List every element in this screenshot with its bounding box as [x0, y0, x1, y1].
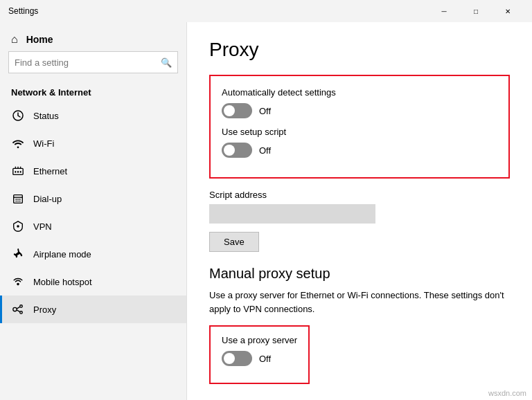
- main-panel: Proxy Automatically detect settings Off …: [187, 22, 532, 400]
- sidebar-section-label: Network & Internet: [0, 82, 186, 102]
- proxy-toggle-row: Off: [222, 351, 297, 366]
- home-icon: ⌂: [11, 33, 18, 46]
- sidebar-item-proxy[interactable]: Proxy: [0, 296, 186, 323]
- proxy-icon: [11, 302, 25, 316]
- sidebar-item-wifi[interactable]: Wi-Fi: [0, 129, 186, 157]
- svg-point-15: [19, 201, 21, 202]
- sidebar-item-status[interactable]: Status: [0, 102, 186, 129]
- svg-line-21: [17, 310, 20, 312]
- setup-script-label: Use setup script: [222, 127, 497, 137]
- app-body: ⌂ Home 🔍 Network & Internet Status: [0, 22, 532, 400]
- sidebar-item-airplane-label: Airplane mode: [33, 249, 91, 260]
- window-controls: ─ □ ✕: [428, 0, 524, 22]
- minimize-button[interactable]: ─: [428, 0, 460, 22]
- svg-rect-7: [20, 171, 21, 173]
- svg-point-13: [15, 201, 17, 202]
- svg-point-14: [17, 201, 19, 202]
- sidebar-item-status-label: Status: [33, 111, 59, 121]
- watermark: wsxdn.com: [488, 389, 526, 397]
- sidebar-item-airplane[interactable]: Airplane mode: [0, 240, 186, 268]
- sidebar-item-dialup-label: Dial-up: [33, 194, 62, 204]
- svg-point-17: [13, 307, 17, 311]
- detect-settings-state: Off: [259, 106, 271, 116]
- setup-script-toggle[interactable]: [222, 143, 252, 158]
- sidebar-item-ethernet-label: Ethernet: [33, 166, 67, 176]
- svg-rect-6: [17, 171, 19, 173]
- detect-settings-knob: [224, 105, 235, 116]
- detect-settings-label: Automatically detect settings: [222, 87, 497, 98]
- proxy-knob: [224, 353, 235, 364]
- sidebar-item-wifi-label: Wi-Fi: [33, 138, 54, 149]
- manual-proxy-description: Use a proxy server for Ethernet or Wi-Fi…: [209, 289, 510, 316]
- svg-point-12: [19, 199, 21, 200]
- svg-rect-5: [15, 171, 17, 173]
- sidebar-item-proxy-label: Proxy: [33, 304, 56, 315]
- sidebar: ⌂ Home 🔍 Network & Internet Status: [0, 22, 187, 400]
- proxy-server-section: Use a proxy server Off: [209, 325, 310, 384]
- sidebar-item-vpn-label: VPN: [33, 221, 52, 232]
- svg-point-16: [17, 225, 19, 228]
- script-address-input[interactable]: [209, 204, 375, 224]
- proxy-toggle[interactable]: [222, 351, 252, 366]
- detect-settings-toggle-row: Off: [222, 103, 497, 118]
- maximize-button[interactable]: □: [460, 0, 492, 22]
- script-address-label: Script address: [209, 190, 510, 200]
- sidebar-item-hotspot-label: Mobile hotspot: [33, 277, 92, 287]
- page-title: Proxy: [209, 39, 510, 61]
- sidebar-item-vpn[interactable]: VPN: [0, 212, 186, 240]
- svg-point-18: [20, 305, 23, 308]
- status-icon: [11, 109, 25, 122]
- save-button[interactable]: Save: [209, 232, 259, 252]
- sidebar-home-item[interactable]: ⌂ Home: [0, 22, 186, 51]
- airplane-icon: [11, 247, 25, 261]
- svg-point-11: [17, 199, 19, 200]
- sidebar-item-ethernet[interactable]: Ethernet: [0, 157, 186, 185]
- automatic-proxy-section: Automatically detect settings Off Use se…: [209, 75, 510, 179]
- proxy-state: Off: [259, 354, 271, 364]
- use-proxy-label: Use a proxy server: [222, 335, 297, 345]
- sidebar-item-hotspot[interactable]: Mobile hotspot: [0, 268, 186, 296]
- svg-point-19: [20, 311, 23, 314]
- dialup-icon: [11, 192, 25, 206]
- sidebar-item-dialup[interactable]: Dial-up: [0, 185, 186, 212]
- manual-proxy-title: Manual proxy setup: [209, 266, 510, 282]
- svg-point-10: [15, 199, 17, 200]
- search-box[interactable]: 🔍: [8, 51, 178, 73]
- wifi-icon: [11, 136, 25, 150]
- search-icon: 🔍: [161, 57, 172, 68]
- setup-script-toggle-row: Off: [222, 143, 497, 158]
- setup-script-state: Off: [259, 145, 271, 156]
- vpn-icon: [11, 219, 25, 233]
- hotspot-icon: [11, 275, 25, 289]
- svg-line-20: [17, 307, 20, 309]
- title-bar: Settings ─ □ ✕: [0, 0, 532, 22]
- search-input[interactable]: [15, 57, 161, 68]
- detect-settings-toggle[interactable]: [222, 103, 252, 118]
- ethernet-icon: [11, 164, 25, 178]
- window-title: Settings: [8, 6, 38, 16]
- setup-script-knob: [224, 145, 235, 156]
- close-button[interactable]: ✕: [492, 0, 524, 22]
